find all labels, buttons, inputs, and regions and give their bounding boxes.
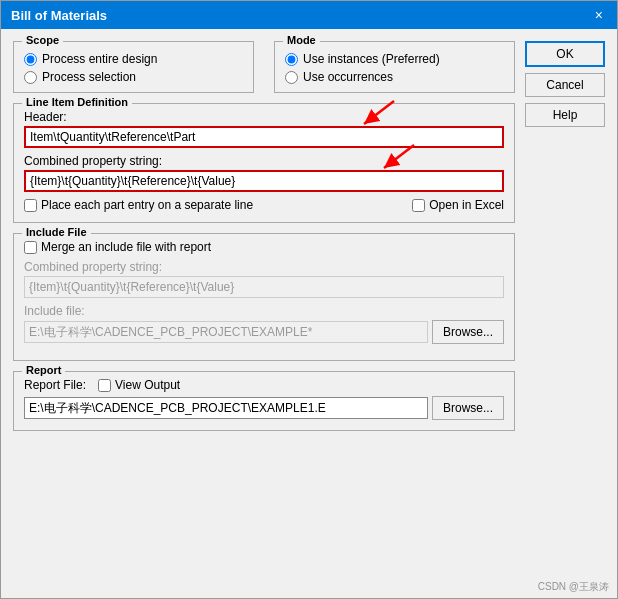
title-bar: Bill of Materials × xyxy=(1,1,617,29)
help-button[interactable]: Help xyxy=(525,103,605,127)
checkbox-excel[interactable]: Open in Excel xyxy=(412,198,504,212)
include-file-row: Include file: Browse... xyxy=(24,304,504,344)
header-label: Header: xyxy=(24,110,504,124)
include-combined-row: Combined property string: xyxy=(24,260,504,298)
ok-button[interactable]: OK xyxy=(525,41,605,67)
combined-input[interactable] xyxy=(24,170,504,192)
report-section: Report Report File: View Output Browse..… xyxy=(13,371,515,431)
view-output-checkbox[interactable]: View Output xyxy=(98,378,180,392)
scope-entire-design[interactable]: Process entire design xyxy=(24,52,243,66)
include-file-input xyxy=(24,321,428,343)
scope-section: Scope Process entire design Process sele… xyxy=(13,41,254,93)
include-file-label: Include File xyxy=(22,226,91,238)
checkbox-row: Place each part entry on a separate line… xyxy=(24,198,504,212)
line-item-section: Line Item Definition Header: xyxy=(13,103,515,223)
close-icon[interactable]: × xyxy=(591,7,607,23)
combined-label: Combined property string: xyxy=(24,154,504,168)
report-file-input[interactable] xyxy=(24,397,428,419)
scope-label: Scope xyxy=(22,34,63,46)
report-file-label: Report File: xyxy=(24,378,86,392)
include-file-label-inner: Include file: xyxy=(24,304,504,318)
line-item-label: Line Item Definition xyxy=(22,96,132,108)
watermark: CSDN @王泉涛 xyxy=(538,580,609,594)
include-file-section: Include File Merge an include file with … xyxy=(13,233,515,361)
merge-checkbox[interactable]: Merge an include file with report xyxy=(24,240,504,254)
report-browse-button[interactable]: Browse... xyxy=(432,396,504,420)
mode-occurrences[interactable]: Use occurrences xyxy=(285,70,504,84)
header-input[interactable] xyxy=(24,126,504,148)
mode-section: Mode Use instances (Preferred) Use occur… xyxy=(274,41,515,93)
mode-label: Mode xyxy=(283,34,320,46)
include-combined-label: Combined property string: xyxy=(24,260,504,274)
include-browse-button[interactable]: Browse... xyxy=(432,320,504,344)
scope-selection[interactable]: Process selection xyxy=(24,70,243,84)
button-column: OK Cancel Help xyxy=(525,41,605,586)
header-field-row: Header: xyxy=(24,110,504,148)
report-row: Report File: View Output xyxy=(24,378,504,392)
cancel-button[interactable]: Cancel xyxy=(525,73,605,97)
mode-instances[interactable]: Use instances (Preferred) xyxy=(285,52,504,66)
checkbox-separate[interactable]: Place each part entry on a separate line xyxy=(24,198,253,212)
report-label: Report xyxy=(22,364,65,376)
include-combined-input xyxy=(24,276,504,298)
combined-field-row: Combined property string: xyxy=(24,154,504,192)
dialog-title: Bill of Materials xyxy=(11,8,107,23)
